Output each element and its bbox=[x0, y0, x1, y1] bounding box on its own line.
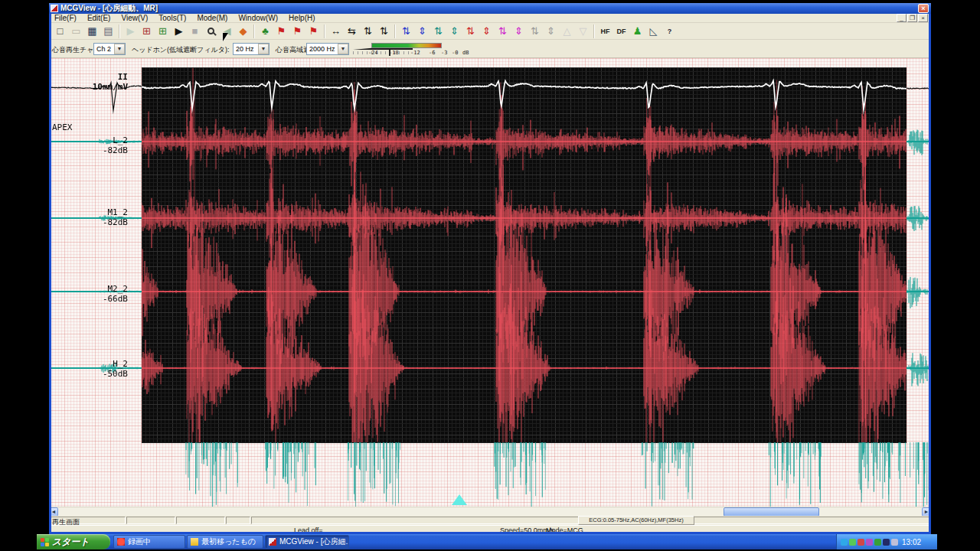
menu-item-edit[interactable]: Edit(E) bbox=[82, 14, 116, 22]
mdi-minimize-button[interactable]: _ bbox=[897, 14, 906, 22]
tray-icon-5[interactable] bbox=[874, 539, 881, 546]
tray-icon-2[interactable] bbox=[849, 539, 856, 546]
task-button-1[interactable]: 録画中 bbox=[113, 535, 185, 549]
menu-item-tools[interactable]: Tools(T) bbox=[153, 14, 191, 22]
menu-item-help[interactable]: Help(H) bbox=[283, 14, 320, 22]
menu-item-file[interactable]: File(F) bbox=[49, 14, 82, 22]
save-button[interactable]: ▦ bbox=[84, 24, 100, 39]
df-button[interactable]: DF bbox=[613, 24, 629, 39]
channel-label-apex: APEX bbox=[49, 122, 139, 132]
record-in-button[interactable]: ⊞ bbox=[139, 24, 155, 39]
record-out-button[interactable]: ⊞ bbox=[155, 24, 171, 39]
hf-button[interactable]: HF bbox=[597, 24, 613, 39]
gain-down-mag-icon: ⇕ bbox=[514, 25, 523, 37]
save-icon: ▦ bbox=[87, 25, 96, 37]
status-pane bbox=[176, 517, 225, 524]
help-button[interactable]: ? bbox=[662, 24, 678, 39]
help-icon: ? bbox=[668, 28, 672, 35]
lowcut-select[interactable]: 20 Hz ▼ bbox=[233, 43, 270, 55]
gain-up-pcg-button[interactable]: ⇅ bbox=[430, 24, 446, 39]
v-expand-button[interactable]: ⇅ bbox=[360, 24, 376, 39]
folder-icon bbox=[191, 538, 198, 546]
v-compress-button[interactable]: ⇅ bbox=[376, 24, 392, 39]
task-button-3[interactable]: MCGView - [心房細... bbox=[265, 535, 349, 549]
channel-label-m1_2: M1_2 bbox=[49, 207, 139, 217]
tray-icon-6[interactable] bbox=[883, 539, 890, 546]
task-button-2[interactable]: 最初移ったもの bbox=[187, 535, 263, 549]
tray-icon-4[interactable] bbox=[866, 539, 873, 546]
stop-button[interactable]: ■ bbox=[187, 24, 203, 39]
gain-down-ecg-icon: ⇕ bbox=[418, 25, 426, 37]
tray-icon-7[interactable] bbox=[891, 539, 898, 546]
close-button[interactable]: × bbox=[918, 4, 929, 13]
horizontal-scrollbar[interactable]: ◄ ► bbox=[49, 507, 931, 516]
start-button[interactable]: スタート bbox=[37, 534, 110, 549]
gain-down-pcg-button[interactable]: ⇕ bbox=[446, 24, 462, 39]
toolbar-separator bbox=[593, 24, 595, 38]
slope-button[interactable]: ◺ bbox=[645, 24, 662, 39]
volume-slider[interactable] bbox=[353, 51, 413, 54]
filter-up-dim-button[interactable]: △ bbox=[559, 24, 575, 39]
toolbar-separator bbox=[253, 24, 255, 38]
h-compress-button[interactable]: ⇆ bbox=[344, 24, 360, 39]
toolbar-separator bbox=[324, 24, 325, 38]
gain-up-mag-icon: ⇅ bbox=[498, 25, 507, 37]
chevron-down-icon[interactable]: ▼ bbox=[338, 44, 348, 54]
menu-item-view[interactable]: View(V) bbox=[116, 14, 153, 22]
tray-icon-3[interactable] bbox=[858, 539, 864, 546]
slope-icon: ◺ bbox=[650, 25, 658, 37]
channel-gain-m1_2: -82dB bbox=[49, 217, 139, 227]
flag-1-icon: ⚑ bbox=[277, 25, 286, 37]
zoom-icon bbox=[207, 28, 214, 34]
zoom-button[interactable] bbox=[203, 24, 219, 39]
channel-gain-ii: 10mm/mV bbox=[49, 82, 139, 92]
gain-down-gray-icon: ⇕ bbox=[547, 25, 555, 37]
highcut-select[interactable]: 2000 Hz ▼ bbox=[306, 43, 349, 55]
annotate-button[interactable]: ♣ bbox=[257, 24, 273, 39]
gain-up-mag-button[interactable]: ⇅ bbox=[495, 24, 511, 39]
gain-up-gray-button[interactable]: ⇅ bbox=[527, 24, 543, 39]
jump-button[interactable]: ◆ bbox=[235, 24, 251, 39]
v-compress-icon: ⇅ bbox=[380, 25, 388, 37]
gain-down-ecg-button[interactable]: ⇕ bbox=[414, 24, 430, 39]
task-label: 最初移ったもの bbox=[201, 536, 256, 547]
mdi-window-buttons: _❐× bbox=[897, 14, 928, 22]
patient-icon: ♟ bbox=[633, 25, 642, 37]
app-icon bbox=[51, 5, 58, 12]
task-label: MCGView - [心房細... bbox=[279, 536, 349, 547]
gain-down-gray-button[interactable]: ⇕ bbox=[543, 24, 559, 39]
new-file-button[interactable]: □ bbox=[52, 24, 68, 39]
mdi-restore-button[interactable]: ❐ bbox=[907, 14, 917, 22]
flag-2-button[interactable]: ⚑ bbox=[289, 24, 305, 39]
app-icon bbox=[269, 538, 276, 546]
meter-scale-label: -24 bbox=[368, 50, 378, 56]
menu-item-window[interactable]: Window(W) bbox=[233, 14, 283, 22]
channel-label-l_2: L_2 bbox=[49, 135, 139, 145]
h-expand-button[interactable]: ↔ bbox=[328, 24, 344, 39]
level-meter bbox=[371, 43, 442, 48]
tray-icon-1[interactable] bbox=[841, 539, 848, 546]
chevron-down-icon[interactable]: ▼ bbox=[258, 44, 269, 54]
patient-button[interactable]: ♟ bbox=[629, 24, 645, 39]
h-expand-icon: ↔ bbox=[331, 25, 341, 37]
open-file-button[interactable]: ▭ bbox=[68, 24, 84, 39]
print-icon: ▤ bbox=[103, 25, 113, 37]
flag-3-button[interactable]: ⚑ bbox=[305, 24, 322, 39]
play-channel-select[interactable]: Ch 2 ▼ bbox=[93, 43, 126, 55]
audio-controls-toolbar: 心音再生チャンネル: Ch 2 ▼ ヘッドホン(低域遮断フィルタ): 20 Hz… bbox=[49, 40, 931, 58]
mouse-cursor bbox=[223, 33, 228, 41]
play-dim-button[interactable]: ▶ bbox=[122, 24, 139, 39]
filter-down-dim-button[interactable]: ▽ bbox=[575, 24, 591, 39]
gain-down-mag-button[interactable]: ⇕ bbox=[511, 24, 527, 39]
mdi-close-button[interactable]: × bbox=[918, 14, 928, 22]
play-button[interactable]: ▶ bbox=[171, 24, 187, 39]
gain-up-ecg-button[interactable]: ⇅ bbox=[398, 24, 414, 39]
title-bar[interactable]: MCGView - [心房細動、MR] × bbox=[49, 3, 931, 14]
waveform-canvas[interactable] bbox=[49, 58, 931, 507]
chevron-down-icon[interactable]: ▼ bbox=[114, 44, 125, 54]
gain-up-red-button[interactable]: ⇅ bbox=[462, 24, 479, 39]
menu-item-mode[interactable]: Mode(M) bbox=[191, 14, 233, 22]
print-button[interactable]: ▤ bbox=[100, 24, 116, 39]
gain-down-red-button[interactable]: ⇕ bbox=[479, 24, 495, 39]
flag-1-button[interactable]: ⚑ bbox=[273, 24, 289, 39]
